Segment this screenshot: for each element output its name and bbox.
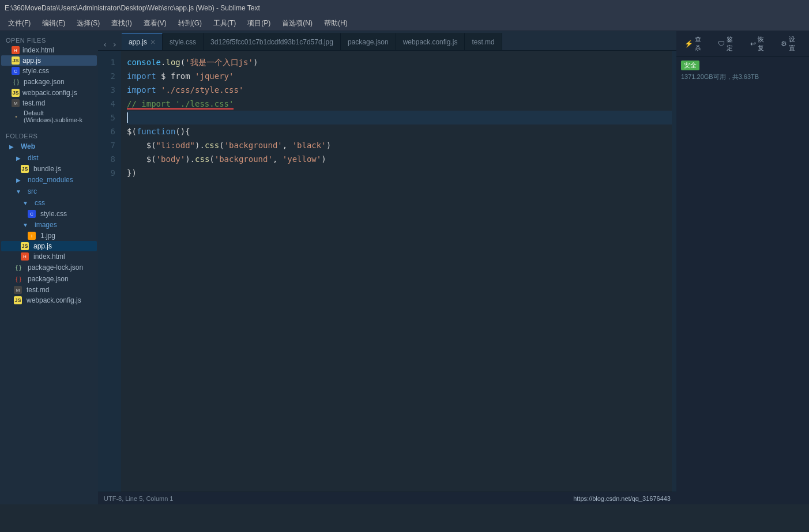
tree-index-html[interactable]: H index.html: [1, 251, 97, 262]
tab-image[interactable]: 3d126f5fcc01c7b1dcdfd93b1c7d57d.jpg: [204, 33, 341, 50]
menu-help[interactable]: 帮助(H): [318, 17, 353, 29]
sidebar-item-default-sublime[interactable]: • Default (Windows).sublime-k: [1, 108, 97, 124]
js-icon-app: JS: [21, 242, 29, 250]
tree-test-md[interactable]: M test.md: [1, 285, 97, 295]
tree-1jpg[interactable]: I 1.jpg: [1, 231, 97, 241]
tree-bundle-js[interactable]: JS bundle.js: [1, 164, 97, 174]
sidebar-filename: Default (Windows).sublime-k: [24, 110, 92, 123]
code-line-6: $(function(){: [127, 124, 672, 138]
tab-prev-button[interactable]: ‹: [100, 39, 110, 50]
other-file-icon: •: [12, 112, 21, 121]
tab-close-icon[interactable]: ×: [150, 38, 155, 46]
sidebar: OPEN FILES H index.html JS app.js C styl…: [0, 31, 98, 504]
tab-label: test.md: [472, 38, 494, 46]
sidebar-item-style-css[interactable]: C style.css: [1, 66, 97, 76]
code-line-5: [127, 111, 672, 124]
tab-package-json[interactable]: package.json: [341, 33, 396, 50]
js-icon-bundle: JS: [21, 165, 29, 173]
code-editor[interactable]: 1 2 3 4 5 6 7 8 9 console.log('我是一个入口js'…: [98, 51, 676, 492]
sidebar-item-app-js[interactable]: JS app.js: [1, 55, 97, 66]
rtool-settings[interactable]: ⚙ 设置: [776, 33, 806, 54]
rtool-verify[interactable]: 🛡 鉴定: [713, 33, 743, 54]
md-icon-test: M: [14, 286, 22, 294]
sidebar-item-test-md[interactable]: M test.md: [1, 98, 97, 108]
code-line-8: $('body').css('background', 'yellow'): [127, 152, 672, 166]
tab-test-md[interactable]: test.md: [465, 33, 502, 50]
js-file-icon: JS: [12, 56, 20, 65]
settings-icon: ⚙: [781, 40, 787, 48]
statusbar: UTF-8, Line 5, Column 1 https://blog.csd…: [98, 492, 676, 504]
menu-goto[interactable]: 转到(G): [172, 17, 208, 29]
rtool-restore[interactable]: ↩ 恢复: [746, 33, 774, 54]
tree-appjs-label: app.js: [33, 242, 52, 250]
scan-icon: ⚡: [684, 40, 693, 48]
code-line-4: // import './less.css': [127, 97, 672, 111]
folder-icon-images: ▼: [21, 220, 30, 229]
tree-pkg-label: package.json: [28, 275, 69, 283]
menu-select[interactable]: 选择(S): [71, 17, 106, 29]
sidebar-item-index-html[interactable]: H index.html: [1, 45, 97, 55]
tab-label: package.json: [348, 38, 389, 46]
storage-info: 1371.20GB可用，共3.63TB: [681, 73, 804, 81]
menu-project[interactable]: 项目(P): [242, 17, 276, 29]
js-file-icon-webpack: JS: [12, 89, 20, 97]
tree-web[interactable]: ▶ Web: [1, 141, 97, 152]
sidebar-item-package-json[interactable]: { } package.json: [1, 76, 97, 88]
rtool-verify-label: 鉴定: [727, 35, 739, 52]
menu-edit[interactable]: 编辑(E): [36, 17, 71, 29]
menu-preferences[interactable]: 首选项(N): [276, 17, 318, 29]
tree-pkg-lock[interactable]: { } package-lock.json: [1, 262, 97, 273]
tree-index-label: index.html: [33, 252, 65, 261]
tree-webpack-label: webpack.config.js: [27, 296, 81, 304]
tree-style-label: style.css: [40, 210, 67, 218]
rtool-scan-label: 查杀: [695, 35, 706, 52]
tree-webpack-config[interactable]: JS webpack.config.js: [1, 295, 97, 305]
menu-find[interactable]: 查找(I): [106, 17, 137, 29]
sidebar-filename: index.html: [22, 46, 54, 54]
sidebar-filename: test.md: [22, 99, 45, 107]
sidebar-item-webpack-config[interactable]: JS webpack.config.js: [1, 88, 97, 98]
restore-icon: ↩: [750, 40, 756, 48]
tab-label: app.js: [129, 38, 147, 46]
json-file-icon: { }: [12, 77, 21, 86]
code-line-2: import $ from 'jquery': [127, 69, 672, 83]
tree-src-label: src: [28, 187, 37, 195]
tab-style-css[interactable]: style.css: [163, 33, 204, 50]
tab-app-js[interactable]: app.js ×: [122, 33, 163, 50]
tree-app-js[interactable]: JS app.js: [1, 241, 97, 251]
folder-icon-css: ▼: [21, 198, 30, 207]
verify-icon: 🛡: [718, 40, 725, 48]
tree-node-label: node_modules: [28, 176, 73, 184]
tab-next-button[interactable]: ›: [110, 39, 119, 50]
scrollbar[interactable]: [672, 51, 676, 492]
titlebar: E:\360MoveData\Users\Administrator\Deskt…: [0, 0, 809, 16]
editor-container: ‹ › app.js × style.css 3d126f5fcc01c7b1d…: [98, 31, 676, 504]
tree-images[interactable]: ▼ images: [1, 219, 97, 231]
sidebar-filename: style.css: [22, 67, 49, 75]
right-toolbar: ⚡ 查杀 🛡 鉴定 ↩ 恢复 ⚙ 设置: [676, 31, 809, 57]
tree-dist[interactable]: ▶ dist: [1, 152, 97, 164]
menu-tools[interactable]: 工具(T): [208, 17, 242, 29]
tree-pkg-json[interactable]: { } package.json: [1, 273, 97, 285]
tree-css-folder[interactable]: ▼ css: [1, 197, 97, 209]
tree-src[interactable]: ▼ src: [1, 186, 97, 197]
sidebar-filename: package.json: [24, 78, 65, 86]
tabbar: ‹ › app.js × style.css 3d126f5fcc01c7b1d…: [98, 31, 676, 51]
html-file-icon: H: [12, 46, 20, 54]
tab-label: 3d126f5fcc01c7b1dcdfd93b1c7d57d.jpg: [210, 38, 333, 46]
menu-file[interactable]: 文件(F): [2, 17, 36, 29]
code-content[interactable]: console.log('我是一个入口js') import $ from 'j…: [121, 51, 672, 492]
css-icon-style: C: [28, 210, 36, 218]
titlebar-title: E:\360MoveData\Users\Administrator\Deskt…: [5, 4, 260, 12]
tab-webpack-config[interactable]: webpack.config.js: [396, 33, 465, 50]
sysbar-info: 安全 1371.20GB可用，共3.63TB: [676, 57, 809, 85]
rtool-scan[interactable]: ⚡ 查杀: [680, 33, 711, 54]
tab-label: webpack.config.js: [403, 38, 458, 46]
tree-style-css[interactable]: C style.css: [1, 209, 97, 219]
css-file-icon: C: [12, 67, 20, 75]
menu-view[interactable]: 查看(V): [138, 17, 172, 29]
tree-node-modules[interactable]: ▶ node_modules: [1, 174, 97, 186]
folders-label: FOLDERS: [0, 129, 98, 141]
tab-label: style.css: [170, 38, 196, 46]
safe-badge: 安全: [681, 61, 699, 70]
